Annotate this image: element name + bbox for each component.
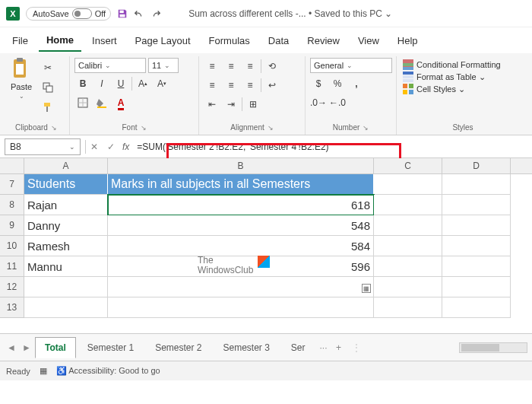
decrease-decimal-icon[interactable]: ←.0: [329, 94, 346, 111]
cell-b7[interactable]: Marks in all subjects in all Semesters: [108, 174, 374, 195]
cell-b10[interactable]: 584: [108, 236, 374, 256]
col-header-a[interactable]: A: [24, 158, 108, 173]
tab-view[interactable]: View: [350, 30, 387, 51]
tab-formulas[interactable]: Formulas: [201, 30, 258, 51]
accessibility-status[interactable]: ♿ Accessibility: Good to go: [56, 366, 160, 376]
number-format-dropdown[interactable]: General⌄: [310, 58, 392, 73]
undo-icon[interactable]: [134, 8, 144, 19]
row-header[interactable]: 12: [0, 277, 24, 297]
spreadsheet-grid[interactable]: A B C D 7 8 9 10 11 12 13 Students Marks…: [0, 158, 532, 333]
align-middle-icon[interactable]: ≡: [223, 58, 239, 75]
grow-font-icon[interactable]: A▴: [135, 75, 151, 92]
cut-icon[interactable]: ✂: [40, 59, 56, 76]
paste-button[interactable]: Paste ⌄: [8, 58, 35, 122]
cell-d12[interactable]: [442, 277, 511, 297]
orientation-icon[interactable]: ⟲: [264, 58, 280, 75]
select-all-corner[interactable]: [0, 158, 24, 174]
cell-b12[interactable]: [108, 277, 374, 297]
row-header[interactable]: 13: [0, 297, 24, 318]
save-icon[interactable]: [117, 8, 128, 19]
enter-formula-icon[interactable]: ✓: [103, 138, 119, 155]
tab-help[interactable]: Help: [390, 30, 426, 51]
sheet-more-icon[interactable]: ···: [317, 341, 331, 355]
cell-b13[interactable]: [108, 297, 374, 318]
tab-page-layout[interactable]: Page Layout: [128, 30, 198, 51]
tab-review[interactable]: Review: [299, 30, 347, 51]
cell-a13[interactable]: [24, 297, 108, 318]
underline-button[interactable]: U: [112, 75, 129, 92]
cell-a9[interactable]: Danny: [24, 215, 108, 236]
launcher-icon[interactable]: ↘: [363, 124, 369, 132]
col-header-b[interactable]: B: [108, 158, 374, 173]
borders-icon[interactable]: [74, 94, 91, 111]
row-header[interactable]: 8: [0, 195, 24, 215]
sheet-nav-prev-icon[interactable]: ◄: [5, 341, 18, 355]
increase-decimal-icon[interactable]: .0→: [310, 94, 327, 111]
sheet-tab-semester4[interactable]: Ser: [281, 337, 315, 358]
cell-a12[interactable]: [24, 277, 108, 297]
cell-d10[interactable]: [442, 236, 511, 256]
cell-d11[interactable]: [442, 256, 511, 277]
cell-c12[interactable]: [374, 277, 442, 297]
cell-d13[interactable]: [442, 297, 511, 318]
tab-data[interactable]: Data: [261, 30, 296, 51]
tab-home[interactable]: Home: [39, 30, 81, 52]
conditional-formatting-button[interactable]: Conditional Formatting: [403, 59, 501, 70]
font-color-icon[interactable]: A: [112, 94, 129, 111]
cell-styles-button[interactable]: Cell Styles ⌄: [403, 84, 501, 94]
document-title[interactable]: Sum across different cells -... • Saved …: [188, 8, 392, 19]
launcher-icon[interactable]: ↘: [268, 124, 274, 132]
decrease-indent-icon[interactable]: ⇤: [204, 96, 220, 113]
cell-c9[interactable]: [374, 215, 442, 236]
font-name-dropdown[interactable]: Calibri⌄: [74, 58, 146, 73]
cell-a10[interactable]: Ramesh: [24, 236, 108, 256]
row-header[interactable]: 9: [0, 215, 24, 236]
cell-d9[interactable]: [442, 215, 511, 236]
autofill-options-icon[interactable]: ▦: [362, 284, 371, 293]
cell-c10[interactable]: [374, 236, 442, 256]
align-right-icon[interactable]: ≡: [242, 77, 258, 94]
cell-a11[interactable]: Mannu: [24, 256, 108, 277]
comma-icon[interactable]: ,: [348, 75, 365, 92]
row-header[interactable]: 7: [0, 174, 24, 195]
sheet-tab-semester3[interactable]: Semester 3: [214, 337, 280, 358]
row-header[interactable]: 10: [0, 236, 24, 256]
accounting-icon[interactable]: $: [310, 75, 327, 92]
cell-c7[interactable]: [374, 174, 442, 195]
stats-icon[interactable]: ▦: [40, 366, 47, 376]
wrap-text-icon[interactable]: ↩: [264, 77, 280, 94]
cell-a7[interactable]: Students: [24, 174, 108, 195]
cell-c13[interactable]: [374, 297, 442, 318]
autosave-toggle[interactable]: AutoSave Off: [26, 7, 111, 21]
horizontal-scrollbar[interactable]: [459, 342, 527, 353]
align-center-icon[interactable]: ≡: [223, 77, 239, 94]
align-bottom-icon[interactable]: ≡: [242, 58, 258, 75]
shrink-font-icon[interactable]: A▾: [154, 75, 170, 92]
col-header-d[interactable]: D: [442, 158, 511, 173]
cell-c11[interactable]: [374, 256, 442, 277]
tab-insert[interactable]: Insert: [84, 30, 125, 51]
formula-input[interactable]: =SUM('Semester 2'!B2:E2, 'Semester 4'!B2…: [132, 138, 532, 155]
cell-b8[interactable]: 618: [108, 195, 374, 215]
sheet-tab-total[interactable]: Total: [35, 337, 76, 358]
tab-file[interactable]: File: [5, 30, 36, 51]
font-size-dropdown[interactable]: 11⌄: [148, 58, 179, 73]
sheet-tab-semester2[interactable]: Semester 2: [145, 337, 211, 358]
cell-b9[interactable]: 548: [108, 215, 374, 236]
cancel-formula-icon[interactable]: ✕: [86, 138, 103, 155]
align-top-icon[interactable]: ≡: [204, 58, 220, 75]
sheet-nav-next-icon[interactable]: ►: [20, 341, 33, 355]
sheet-tab-semester1[interactable]: Semester 1: [78, 337, 144, 358]
redo-icon[interactable]: [150, 8, 161, 19]
fill-color-icon[interactable]: [93, 94, 110, 111]
align-left-icon[interactable]: ≡: [204, 77, 220, 94]
launcher-icon[interactable]: ↘: [141, 124, 147, 132]
percent-icon[interactable]: %: [329, 75, 346, 92]
cell-c8[interactable]: [374, 195, 442, 215]
cell-d8[interactable]: [442, 195, 511, 215]
launcher-icon[interactable]: ↘: [51, 124, 57, 132]
format-as-table-button[interactable]: Format as Table ⌄: [403, 72, 501, 82]
copy-icon[interactable]: [40, 79, 56, 96]
format-painter-icon[interactable]: [40, 99, 56, 116]
italic-button[interactable]: I: [93, 75, 110, 92]
